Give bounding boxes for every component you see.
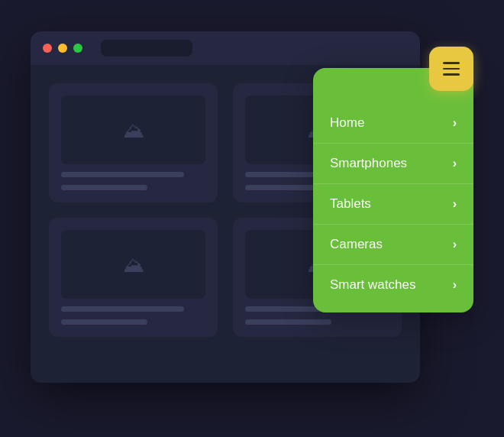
card-line-1b <box>61 185 147 190</box>
title-bar <box>31 31 420 65</box>
card-line-3b <box>61 319 147 325</box>
chevron-icon-smart-watches: › <box>453 278 457 292</box>
image-placeholder-icon-3: ⛰ <box>123 252 144 277</box>
card-image-3: ⛰ <box>61 230 205 299</box>
hamburger-icon <box>443 62 460 76</box>
address-bar[interactable] <box>101 40 192 57</box>
chevron-icon-tablets: › <box>453 197 457 211</box>
hamburger-line-2 <box>443 68 460 70</box>
menu-item-tablets[interactable]: Tablets › <box>313 186 473 222</box>
chevron-icon-home: › <box>453 116 457 130</box>
card-1: ⛰ <box>49 83 218 202</box>
image-placeholder-icon-1: ⛰ <box>123 118 144 143</box>
menu-item-cameras[interactable]: Cameras › <box>313 226 473 263</box>
hamburger-line-1 <box>443 62 460 64</box>
menu-item-smartphones[interactable]: Smartphones › <box>313 145 473 182</box>
scene: ⛰ ⛰ ⛰ <box>31 31 473 406</box>
chevron-icon-cameras: › <box>453 238 457 251</box>
menu-divider-4 <box>313 264 473 265</box>
dropdown-menu: Home › Smartphones › Tablets › Cameras ›… <box>313 68 473 312</box>
card-line-1a <box>61 172 184 177</box>
card-line-3a <box>61 306 184 312</box>
menu-divider-2 <box>313 183 473 184</box>
maximize-button[interactable] <box>73 44 82 53</box>
menu-toggle-button[interactable] <box>429 47 473 91</box>
menu-divider-1 <box>313 143 473 144</box>
card-3: ⛰ <box>49 218 218 337</box>
menu-item-smart-watches[interactable]: Smart watches › <box>313 267 473 303</box>
card-line-4b <box>245 319 331 325</box>
menu-divider-3 <box>313 224 473 225</box>
chevron-icon-smartphones: › <box>453 157 457 170</box>
minimize-button[interactable] <box>58 44 67 53</box>
menu-item-home[interactable]: Home › <box>313 105 473 141</box>
close-button[interactable] <box>43 44 52 53</box>
hamburger-line-3 <box>443 73 460 76</box>
card-image-1: ⛰ <box>61 95 205 164</box>
